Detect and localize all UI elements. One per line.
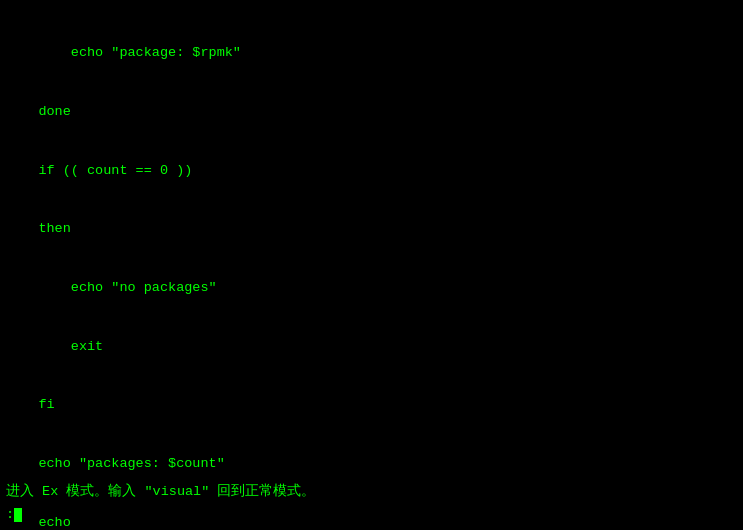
status-bar: 进入 Ex 模式。输入 "visual" 回到正常模式。 [0,482,743,500]
line-1: echo "package: $rpmk" [6,43,737,63]
code-area: echo "package: $rpmk" done if (( count =… [6,4,737,530]
terminal: echo "package: $rpmk" done if (( count =… [0,0,743,530]
line-7: fi [6,395,737,415]
line-8: echo "packages: $count" [6,454,737,474]
line-2: done [6,102,737,122]
cmd-prefix: : [6,507,14,522]
line-5: echo "no packages" [6,278,737,298]
line-6: exit [6,337,737,357]
cmd-line[interactable]: : [0,507,743,522]
status-text: 进入 Ex 模式。输入 "visual" 回到正常模式。 [6,484,315,499]
line-4: then [6,219,737,239]
cursor [14,508,22,522]
line-3: if (( count == 0 )) [6,161,737,181]
